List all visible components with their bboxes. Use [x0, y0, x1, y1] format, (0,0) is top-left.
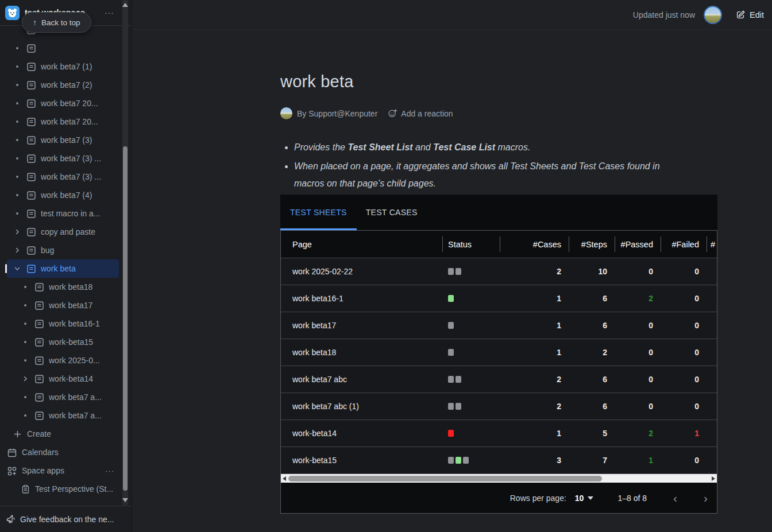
sidebar-item-work-beta[interactable]: work beta	[7, 259, 119, 278]
user-avatar[interactable]	[705, 7, 721, 23]
give-feedback-button[interactable]: Give feedback on the ne...	[0, 506, 132, 532]
author-byline[interactable]: By Support@Kenputer	[297, 109, 377, 118]
cell-page-link[interactable]: work 2025-02-22	[281, 267, 442, 276]
sidebar-item-copy-and-paste[interactable]: copy and paste	[7, 223, 119, 241]
chevron-down-icon[interactable]	[13, 265, 22, 272]
page-icon	[26, 99, 36, 108]
sidebar-item-calendars[interactable]: Calendars	[7, 443, 119, 461]
chevron-right-icon[interactable]	[13, 228, 22, 235]
status-chip-green	[456, 457, 461, 464]
tab-test-cases[interactable]: TEST CASES	[366, 208, 418, 217]
cell-page-link[interactable]: work-beta15	[281, 456, 442, 465]
table-row[interactable]: work-beta141521	[281, 420, 717, 446]
sidebar-item-label: work beta7 (4)	[41, 191, 119, 200]
workspace-more-icon[interactable]: ···	[102, 7, 117, 18]
cell-failed: 0	[661, 294, 707, 303]
rows-per-page-select[interactable]: 10	[575, 494, 594, 503]
cell-failed: 0	[661, 348, 707, 357]
sidebar-item-work-beta7-20[interactable]: work beta7 20...	[7, 94, 119, 112]
table-row[interactable]: work beta171600	[281, 312, 717, 339]
space-apps-more-icon[interactable]: ···	[105, 467, 119, 475]
page-content: work beta By Support@Kenputer Add a reac…	[132, 72, 717, 514]
sidebar-item-work-beta7-20[interactable]: work beta7 20...	[7, 112, 119, 131]
previous-page-button[interactable]: ‹	[673, 492, 677, 504]
horizontal-scrollbar-thumb[interactable]	[288, 476, 602, 481]
page-icon	[34, 411, 44, 421]
cell-page-link[interactable]: work beta17	[281, 321, 442, 330]
bullet-dot	[21, 323, 30, 325]
chevron-right-icon[interactable]	[21, 375, 30, 382]
author-avatar[interactable]	[280, 107, 292, 119]
table-row[interactable]: work beta16-11620	[281, 285, 717, 312]
sidebar-item-work-beta15[interactable]: work-beta15	[7, 333, 119, 351]
sidebar-item-work-beta7-3[interactable]: work beta7 (3) ...	[7, 168, 119, 186]
cell-page-link[interactable]: work beta7 abc	[281, 375, 442, 384]
chevron-right-icon[interactable]	[13, 247, 22, 254]
sidebar-item-work-beta7-a[interactable]: work beta7 a...	[7, 406, 119, 425]
scroll-right-arrow-icon[interactable]	[712, 476, 715, 481]
add-reaction-button[interactable]: Add a reaction	[388, 108, 453, 118]
sidebar-item-work-beta7-a[interactable]: work beta7 a...	[7, 388, 119, 406]
apps-grid-icon	[7, 466, 17, 476]
sidebar-scrollbar-thumb[interactable]	[123, 146, 128, 491]
pagination-range: 1–8 of 8	[617, 494, 647, 503]
status-chip-gray	[448, 322, 454, 329]
scroll-up-arrow-icon[interactable]	[122, 3, 128, 7]
cell-page-link[interactable]: work-beta14	[281, 429, 442, 438]
scroll-down-arrow-icon[interactable]	[122, 498, 128, 502]
cell-page-link[interactable]: work beta18	[281, 348, 442, 357]
sidebar-item-work-beta7-3[interactable]: work beta7 (3)	[7, 131, 119, 149]
sidebar-item-bug[interactable]: bug	[7, 241, 119, 259]
column-header-steps: #Steps	[569, 231, 615, 258]
active-tab-underline	[280, 228, 357, 230]
sidebar-item-work-beta17[interactable]: work beta17	[7, 296, 119, 314]
workspace-logo-icon	[5, 6, 20, 20]
table-row[interactable]: work beta181200	[281, 339, 717, 366]
cell-page-link[interactable]: work beta16-1	[281, 294, 442, 303]
cell-failed: 0	[661, 456, 707, 465]
sidebar-item-item[interactable]	[7, 39, 119, 57]
sidebar-item-work-beta7-3[interactable]: work beta7 (3) ...	[7, 149, 119, 168]
cell-steps: 5	[569, 429, 615, 438]
cell-page-link[interactable]: work beta7 abc (1)	[281, 402, 442, 411]
sidebar-item-work-beta7-4[interactable]: work beta7 (4)	[7, 186, 119, 204]
cell-passed: 0	[615, 348, 661, 357]
cell-status	[442, 457, 500, 464]
give-feedback-label: Give feedback on the ne...	[20, 515, 114, 524]
scroll-left-arrow-icon[interactable]	[283, 476, 286, 481]
sidebar-item-work-beta18[interactable]: work beta18	[7, 278, 119, 296]
cell-status	[442, 322, 500, 329]
sidebar-item-test-macro-in-a[interactable]: test macro in a...	[7, 204, 119, 223]
sidebar-item-label: work-beta14	[49, 374, 119, 383]
sidebar-item-work-beta14[interactable]: work-beta14	[7, 370, 119, 388]
page-icon	[26, 264, 36, 274]
sidebar-item-space-apps[interactable]: Space apps···	[7, 461, 119, 480]
edit-button[interactable]: Edit	[736, 10, 764, 20]
table-row[interactable]: work beta7 abc (1)2600	[281, 393, 717, 420]
table-row[interactable]: work-beta153710	[281, 446, 717, 473]
bullet-dot	[21, 304, 30, 306]
sidebar-item-work-beta7-1[interactable]: work beta7 (1)	[7, 57, 119, 76]
next-page-button[interactable]: ›	[704, 492, 708, 504]
horizontal-scrollbar[interactable]	[281, 473, 717, 483]
cell-status	[442, 403, 500, 410]
bullet-dot	[13, 84, 22, 86]
byline: By Support@Kenputer Add a reaction	[280, 107, 717, 119]
cell-status	[442, 349, 500, 356]
table-row[interactable]: work beta7 abc2600	[281, 366, 717, 393]
page-topbar: Updated just now Edit	[132, 0, 772, 30]
sidebar-item-label: work beta16-1	[49, 319, 119, 328]
app-root: test workspace ··· ...work beta7 (1)work…	[0, 0, 772, 532]
table-row[interactable]: work 2025-02-2221000	[281, 258, 717, 285]
back-to-top-button[interactable]: ↑ Back to top	[22, 12, 91, 33]
sidebar-item-work-beta7-2[interactable]: work beta7 (2)	[7, 76, 119, 94]
cell-status	[442, 295, 500, 302]
sidebar-item-test-perspective-st[interactable]: Test Perspective (St...	[7, 480, 119, 498]
updated-status: Updated just now	[633, 10, 695, 20]
sidebar-item-work-beta16-1[interactable]: work beta16-1	[7, 314, 119, 333]
sidebar-scrollbar[interactable]	[122, 0, 128, 505]
tab-test-sheets[interactable]: TEST SHEETS	[290, 208, 347, 217]
sidebar-item-create[interactable]: Create	[7, 425, 119, 443]
sidebar-item-work-2025-0[interactable]: work 2025-0...	[7, 351, 119, 370]
add-reaction-label: Add a reaction	[401, 109, 453, 118]
